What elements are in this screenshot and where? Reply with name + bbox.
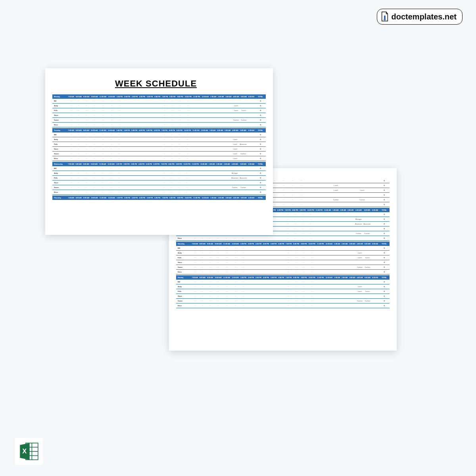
total-cell: 0 [379, 212, 390, 217]
schedule-cell [131, 108, 138, 113]
schedule-cell [224, 156, 231, 161]
total-cell: 0 [379, 246, 390, 251]
table-row: Steve·································0 [52, 113, 266, 118]
schedule-cell: ··· [230, 236, 239, 241]
schedule-cell [247, 284, 255, 289]
schedule-cell: ··· [284, 236, 292, 241]
schedule-cell [341, 255, 348, 260]
time-header: 4:00 PM [262, 275, 270, 280]
schedule-cell: ··· [306, 212, 315, 217]
schedule-cell [153, 171, 160, 176]
schedule-cell [247, 260, 255, 265]
time-header: 11:00 AM [99, 94, 107, 99]
schedule-cell [153, 176, 160, 180]
schedule-cell: ··· [83, 152, 90, 156]
schedule-cell [154, 123, 161, 127]
schedule-cell: ··· [199, 260, 206, 265]
schedule-cell [138, 152, 146, 156]
day-block-sunday: Sunday7:00 AM8:00 AM9:00 AM10:00 AM11:00… [176, 275, 390, 308]
schedule-cell: ··· [223, 246, 231, 251]
schedule-cell [332, 212, 339, 217]
schedule-cell: Cashier [322, 198, 349, 202]
schedule-cell: ··· [183, 132, 192, 137]
time-header: 7:00 PM [161, 196, 169, 200]
schedule-cell [347, 231, 354, 236]
employee-name: Felix [176, 255, 191, 260]
schedule-cell [154, 113, 161, 118]
schedule-cell: ··· [115, 142, 123, 147]
schedule-cell [270, 303, 277, 308]
time-header: 11:00 PM [316, 275, 325, 280]
day-header: Saturday [176, 242, 191, 246]
schedule-cell [316, 178, 319, 183]
schedule-cell [322, 178, 349, 183]
schedule-cell [146, 152, 153, 156]
schedule-cell [316, 188, 319, 193]
schedule-cell [325, 280, 334, 284]
schedule-cell: ··· [169, 99, 176, 104]
time-header: 6:00 PM [154, 94, 161, 99]
schedule-cell [225, 113, 232, 118]
schedule-cell [255, 294, 262, 299]
schedule-cell: ··· [168, 147, 176, 152]
schedule-cell: ··· [206, 303, 214, 308]
schedule-cell: ··· [115, 166, 123, 171]
total-header: TOTAL [379, 242, 390, 246]
time-header: 1:00 PM [116, 196, 123, 200]
page-title: WEEK SCHEDULE [52, 79, 266, 89]
time-header: 5:00 AM [363, 208, 371, 212]
schedule-cell: ··· [176, 147, 183, 152]
schedule-cell: ··· [299, 231, 307, 236]
schedule-cell: ··· [284, 212, 292, 217]
schedule-cell [348, 280, 356, 284]
day-header: Tuesday [52, 128, 67, 132]
schedule-cell [371, 212, 379, 217]
schedule-cell: ··· [223, 255, 231, 260]
schedule-cell [138, 166, 145, 171]
time-header: 9:00 AM [83, 128, 90, 132]
day-header: Sunday [176, 275, 191, 280]
time-header: 1:00 AM [209, 196, 217, 200]
schedule-cell [131, 142, 138, 147]
schedule-cell [262, 265, 270, 270]
schedule-cell: ··· [300, 289, 307, 294]
total-cell: 0 [379, 198, 390, 202]
total-header: TOTAL [255, 94, 266, 99]
total-cell: 0 [379, 178, 390, 183]
schedule-cell: ··· [75, 176, 83, 180]
schedule-cell [248, 147, 255, 152]
schedule-cell [319, 202, 322, 207]
schedule-cell [255, 299, 262, 303]
schedule-cell [277, 270, 285, 274]
employee-name: Felix [176, 289, 191, 294]
schedule-cell: Lunch [356, 251, 364, 255]
time-header: 9:00 AM [206, 242, 214, 246]
schedule-cell [215, 171, 223, 176]
schedule-cell [138, 99, 146, 104]
schedule-cell: ··· [161, 147, 168, 152]
schedule-table: Sunday7:00 AM8:00 AM9:00 AM10:00 AM11:00… [176, 275, 390, 308]
schedule-cell [316, 280, 325, 284]
schedule-cell [356, 294, 364, 299]
schedule-cell [322, 193, 349, 198]
schedule-cell [123, 99, 131, 104]
schedule-cell [247, 236, 254, 241]
schedule-cell: ··· [75, 142, 83, 147]
schedule-cell: ··· [98, 185, 107, 190]
schedule-cell: ··· [222, 236, 230, 241]
schedule-cell: ··· [240, 303, 247, 308]
schedule-cell: Cashier [363, 231, 371, 236]
schedule-cell: ··· [90, 171, 98, 176]
table-row: Felix·································As… [52, 176, 266, 180]
schedule-cell: ··· [307, 299, 316, 303]
schedule-cell: ··· [214, 255, 223, 260]
schedule-cell: ··· [182, 171, 191, 176]
schedule-cell [145, 166, 153, 171]
time-header: 3:00 AM [224, 128, 231, 132]
day-block-monday: Monday7:00 AM8:00 AM9:00 AM10:00 AM11:00… [52, 94, 266, 127]
schedule-cell [247, 294, 255, 299]
schedule-cell [200, 156, 209, 161]
schedule-cell [200, 190, 208, 195]
schedule-cell: ··· [176, 137, 183, 142]
schedule-cell: ··· [206, 260, 214, 265]
